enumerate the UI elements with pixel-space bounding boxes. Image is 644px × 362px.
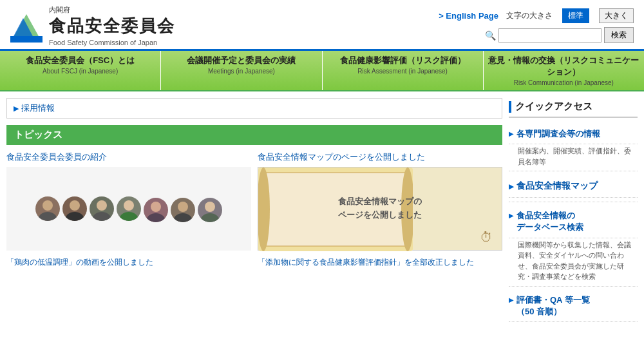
svg-point-13 [178, 202, 188, 212]
svg-point-7 [97, 200, 107, 211]
sidebar-link-map[interactable]: 食品安全情報マップ [509, 175, 638, 198]
sidebar-link1-title: 各専門調査会等の情報 [516, 128, 600, 140]
person-4 [117, 196, 141, 221]
map-img-text-line1: 食品安全情報マップの [338, 195, 422, 209]
svg-rect-2 [10, 36, 43, 43]
topics-header: トピックス [6, 125, 502, 145]
logo-icon [10, 12, 43, 41]
sidebar-link-hyokasho[interactable]: 評価書・QA 等一覧 （50 音順） [509, 291, 638, 322]
sidebar-link3-desc: 国際機関等から収集した情報、会議資料、安全ダイヤルへの問い合わせ、食品安全委員会… [518, 240, 638, 282]
svg-point-5 [70, 200, 80, 211]
person-3 [90, 196, 114, 221]
nav-item-about[interactable]: 食品安全委員会（FSC）とは About FSCJ (in Japanese) [0, 51, 161, 90]
sidebar-link3-title: 食品安全情報の データベース検索 [516, 210, 583, 233]
person-7 [198, 198, 222, 222]
nav-item-meetings[interactable]: 会議開催予定と委員会の実績 Meetings (in Japanese) [161, 51, 322, 90]
topic4-link[interactable]: 「添加物に関する食品健康影響評価指針」を全部改正しました [258, 257, 502, 268]
nav-about-ja: 食品安全委員会（FSC）とは [3, 55, 158, 66]
topic1-image [6, 167, 251, 251]
person-6 [171, 198, 195, 222]
clock-icon: ⏱ [480, 230, 493, 245]
nav-bar: 食品安全委員会（FSC）とは About FSCJ (in Japanese) … [0, 51, 644, 91]
svg-point-4 [39, 212, 57, 221]
svg-point-3 [43, 200, 53, 211]
nav-item-risk-communication[interactable]: 意見・情報の交換（リスクコミュニケーション） Risk Communicatio… [484, 51, 644, 90]
svg-point-8 [93, 212, 111, 221]
logo-area: 内閣府 食品安全委員会 Food Safety Commission of Ja… [10, 5, 175, 46]
nav-meetings-en: Meetings (in Japanese) [164, 68, 319, 75]
saiyou-box[interactable]: 採用情報 [6, 98, 502, 119]
search-button[interactable]: 検索 [604, 27, 634, 43]
svg-point-14 [174, 213, 192, 222]
svg-point-12 [147, 213, 165, 222]
sidebar-link2-title: 食品安全情報マップ [516, 180, 598, 192]
topic2-link[interactable]: 食品安全情報マップのページを公開しました [258, 151, 502, 163]
nav-comm-en: Risk Communication (in Japanese) [486, 79, 641, 86]
topic3-link[interactable]: 「鶏肉の低温調理」の動画を公開しました [6, 257, 251, 268]
sidebar-item-hyokasho: 評価書・QA 等一覧 （50 音順） [509, 287, 638, 326]
main-content: 採用情報 トピックス 食品安全委員会委員の紹介 [6, 98, 502, 326]
topic-item-video: 「鶏肉の低温調理」の動画を公開しました [6, 257, 251, 268]
svg-point-15 [205, 202, 215, 212]
svg-point-16 [201, 213, 219, 222]
svg-point-9 [124, 200, 134, 211]
sidebar-title-bar: クイックアクセス [509, 98, 638, 118]
logo-en: Food Safety Commission of Japan [49, 39, 175, 46]
naichoufu-label: 内閣府 [49, 5, 70, 15]
sidebar-quick-access-title: クイックアクセス [515, 100, 592, 113]
sidebar-link-database[interactable]: 食品安全情報の データベース検索 [509, 206, 638, 238]
saiyou-link[interactable]: 採用情報 [21, 102, 55, 114]
sidebar: クイックアクセス 各専門調査会等の情報 開催案内、開催実績、評価指針、委員名簿等… [509, 98, 638, 326]
sidebar-item-database: 食品安全情報の データベース検索 国際機関等から収集した情報、会議資料、安全ダイ… [509, 202, 638, 286]
search-area: 🔍 検索 [485, 27, 634, 43]
search-input[interactable] [498, 28, 601, 43]
font-standard-button[interactable]: 標準 [562, 8, 589, 23]
content-area: 採用情報 トピックス 食品安全委員会委員の紹介 [0, 91, 644, 332]
svg-point-11 [151, 202, 161, 212]
sidebar-link4-title: 評価書・QA 等一覧 （50 音順） [516, 294, 590, 318]
topic2-image: 食品安全情報マップの ページを公開しました ⏱ [258, 167, 502, 251]
header-top-links: English Page 文字の大きさ 標準 大きく [439, 8, 634, 23]
person-2 [62, 196, 87, 221]
logo-ja: 食品安全委員会 [49, 15, 175, 37]
nav-about-en: About FSCJ (in Japanese) [3, 68, 158, 75]
svg-point-10 [120, 212, 138, 221]
nav-item-risk-assessment[interactable]: 食品健康影響評価（リスク評価） Risk Assessment (in Japa… [323, 51, 484, 90]
topic-item-additive: 「添加物に関する食品健康影響評価指針」を全部改正しました [258, 257, 502, 268]
nav-comm-ja: 意見・情報の交換（リスクコミュニケーション） [486, 55, 641, 78]
nav-risk-en: Risk Assessment (in Japanese) [325, 68, 480, 75]
svg-point-6 [66, 212, 84, 221]
header-right: English Page 文字の大きさ 標準 大きく 🔍 検索 [439, 8, 634, 43]
sidebar-item-senmon: 各専門調査会等の情報 開催案内、開催実績、評価指針、委員名簿等 [509, 120, 638, 171]
topic-item-members: 食品安全委員会委員の紹介 [6, 151, 251, 251]
english-page-link[interactable]: English Page [439, 11, 498, 21]
header: 内閣府 食品安全委員会 Food Safety Commission of Ja… [0, 0, 644, 51]
search-icon: 🔍 [485, 30, 496, 41]
map-img-text-line2: ページを公開しました [338, 209, 422, 222]
font-size-label: 文字の大きさ [506, 10, 553, 21]
topic1-link[interactable]: 食品安全委員会委員の紹介 [6, 151, 251, 163]
person-1 [35, 196, 60, 221]
person-5 [144, 198, 168, 222]
sidebar-link-senmon[interactable]: 各専門調査会等の情報 [509, 124, 638, 144]
font-large-button[interactable]: 大きく [599, 8, 634, 23]
topic-item-map: 食品安全情報マップのページを公開しました 食品安全情報マップの ページを公開しま… [258, 151, 502, 251]
nav-meetings-ja: 会議開催予定と委員会の実績 [164, 55, 319, 66]
topics-grid: 食品安全委員会委員の紹介 [6, 151, 502, 268]
sidebar-item-map: 食品安全情報マップ [509, 171, 638, 202]
logo-text-area: 内閣府 食品安全委員会 Food Safety Commission of Ja… [49, 5, 175, 46]
sidebar-link1-desc: 開催案内、開催実績、評価指針、委員名簿等 [518, 146, 638, 167]
nav-risk-ja: 食品健康影響評価（リスク評価） [325, 55, 480, 66]
